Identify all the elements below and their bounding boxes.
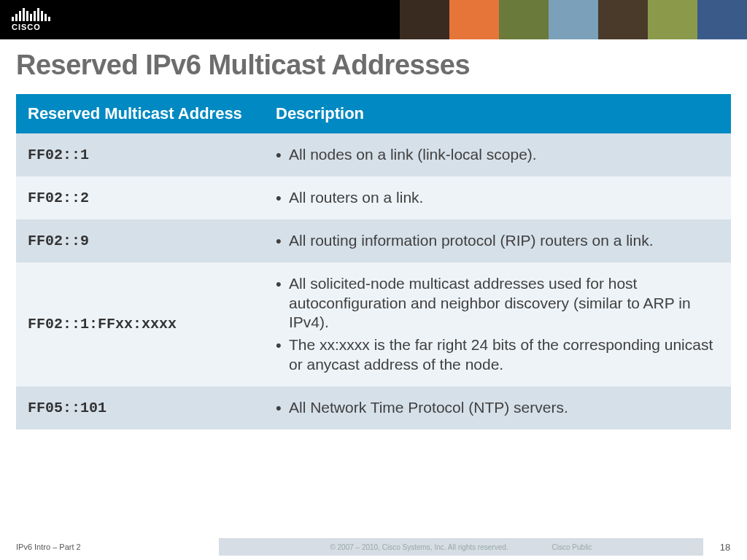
table-row: FF02::2 All routers on a link. — [16, 176, 731, 219]
cell-address: FF02::9 — [16, 219, 264, 262]
footer-public: Cisco Public — [552, 543, 592, 551]
cell-address: FF05::101 — [16, 386, 264, 429]
desc-item: All Network Time Protocol (NTP) servers. — [276, 398, 719, 418]
footer-mid: © 2007 – 2010, Cisco Systems, Inc. All r… — [219, 538, 703, 556]
cell-description: All nodes on a link (link-local scope). — [264, 133, 731, 176]
desc-item: The xx:xxxx is the far right 24 bits of … — [276, 335, 719, 375]
cell-description: All solicited-node multicast addresses u… — [264, 262, 731, 386]
table-row: FF05::101 All Network Time Protocol (NTP… — [16, 386, 731, 429]
cisco-wordmark: CISCO — [12, 23, 41, 31]
table-row: FF02::1:FFxx:xxxx All solicited-node mul… — [16, 262, 731, 386]
top-banner: CISCO — [0, 0, 747, 39]
cell-address: FF02::2 — [16, 176, 264, 219]
table-row: FF02::9 All routing information protocol… — [16, 219, 731, 262]
col-header-description: Description — [264, 94, 731, 133]
col-header-address: Reserved Multicast Address — [16, 94, 264, 133]
footer-copyright: © 2007 – 2010, Cisco Systems, Inc. All r… — [330, 543, 508, 551]
cisco-logo: CISCO — [0, 8, 50, 31]
desc-item: All solicited-node multicast addresses u… — [276, 274, 719, 333]
page-title: Reserved IPv6 Multicast Addresses — [0, 39, 747, 94]
table-header-row: Reserved Multicast Address Description — [16, 94, 731, 133]
multicast-table: Reserved Multicast Address Description F… — [16, 94, 731, 429]
cell-description: All Network Time Protocol (NTP) servers. — [264, 386, 731, 429]
desc-item: All routers on a link. — [276, 188, 719, 208]
people-strip-image — [400, 0, 747, 39]
cell-description: All routing information protocol (RIP) r… — [264, 219, 731, 262]
cell-address: FF02::1:FFxx:xxxx — [16, 262, 264, 386]
cell-description: All routers on a link. — [264, 176, 731, 219]
desc-item: All nodes on a link (link-local scope). — [276, 145, 719, 165]
desc-item: All routing information protocol (RIP) r… — [276, 231, 719, 251]
slide-footer: IPv6 Intro – Part 2 © 2007 – 2010, Cisco… — [0, 534, 747, 560]
table-row: FF02::1 All nodes on a link (link-local … — [16, 133, 731, 176]
cell-address: FF02::1 — [16, 133, 264, 176]
footer-left: IPv6 Intro – Part 2 — [0, 542, 219, 551]
cisco-bars-icon — [12, 8, 50, 21]
footer-page-number: 18 — [703, 542, 747, 553]
